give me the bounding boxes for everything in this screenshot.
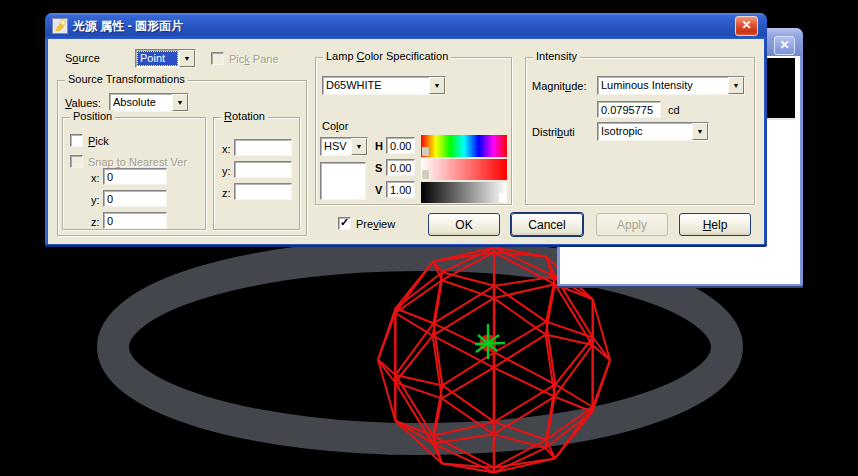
value-gradient-bar[interactable] <box>421 182 507 203</box>
position-y-label: y: <box>91 194 100 206</box>
v-label: V <box>375 184 382 196</box>
cancel-button[interactable]: Cancel <box>511 213 583 236</box>
check-icon: ✓ <box>340 216 349 228</box>
snap-checkbox <box>70 155 83 168</box>
lamp-color-title: Lamp Color Specification <box>323 50 451 62</box>
preview-checkbox[interactable]: ✓ <box>338 217 351 230</box>
intensity-unit-label: cd <box>668 104 680 116</box>
saturation-slider-handle[interactable] <box>422 170 429 179</box>
source-select[interactable]: Point ▼ <box>135 49 196 68</box>
dropdown-arrow-icon[interactable]: ▼ <box>351 138 367 155</box>
value-slider-handle[interactable] <box>499 193 506 202</box>
dialog-close-button[interactable]: ✕ <box>735 16 758 36</box>
values-label: Values: <box>65 97 101 109</box>
h-label: H <box>375 140 383 152</box>
dialog-titlebar: 光源 属性 - 圆形面片 ✕ <box>45 13 767 39</box>
light-properties-dialog: 光源 属性 - 圆形面片 ✕ Source Point ▼ Pick Pane … <box>45 13 767 247</box>
magnitude-label: Magnitude: <box>532 80 586 92</box>
lamp-preset-value: D65WHITE <box>323 77 429 94</box>
hue-gradient-bar[interactable] <box>421 135 507 157</box>
dropdown-arrow-icon[interactable]: ▼ <box>429 77 445 94</box>
pick-checkbox[interactable] <box>70 134 83 147</box>
ok-button[interactable]: OK <box>428 213 500 236</box>
s-label: S <box>375 162 382 174</box>
magnitude-select[interactable]: Luminous Intensity ▼ <box>597 76 745 95</box>
rotation-z-input[interactable] <box>234 183 292 200</box>
color-swatch <box>320 162 366 200</box>
values-value: Absolute <box>110 94 172 111</box>
preview-label: Preview <box>356 218 400 230</box>
position-z-label: z: <box>91 216 100 228</box>
dropdown-arrow-icon[interactable]: ▼ <box>172 94 188 111</box>
color-model-value: HSV <box>321 138 351 155</box>
rotation-y-input[interactable] <box>234 161 292 178</box>
screen: ✕ 光源 属性 - 圆形面片 ✕ Source Point <box>0 0 858 476</box>
v-input[interactable] <box>386 181 415 198</box>
magnitude-value: Luminous Intensity <box>598 77 728 94</box>
distribution-value: Isotropic <box>598 123 692 140</box>
intensity-amount-input[interactable] <box>597 101 661 118</box>
distribution-label: Distributi <box>532 126 575 138</box>
position-y-input[interactable] <box>103 190 167 207</box>
dropdown-arrow-icon[interactable]: ▼ <box>179 50 195 67</box>
saturation-gradient-bar[interactable] <box>421 159 507 180</box>
position-x-label: x: <box>91 172 100 184</box>
position-title: Position <box>70 110 115 122</box>
lamp-preset-select[interactable]: D65WHITE ▼ <box>322 76 446 95</box>
apply-button: Apply <box>596 213 668 236</box>
close-icon: ✕ <box>779 38 789 52</box>
position-x-input[interactable] <box>103 168 167 185</box>
hue-slider-handle[interactable] <box>422 147 429 156</box>
dialog-title: 光源 属性 - 圆形面片 <box>73 18 183 35</box>
rotation-x-input[interactable] <box>234 139 292 156</box>
rotation-title: Rotation <box>221 110 268 122</box>
distribution-select[interactable]: Isotropic ▼ <box>597 122 709 141</box>
source-label: Source <box>65 52 100 64</box>
pick-label: Pick <box>88 135 109 147</box>
h-input[interactable] <box>386 137 415 154</box>
background-window-close-button[interactable]: ✕ <box>774 36 795 55</box>
rotation-x-label: x: <box>222 143 231 155</box>
values-select[interactable]: Absolute ▼ <box>109 93 189 112</box>
help-button[interactable]: Help <box>679 213 751 236</box>
dropdown-arrow-icon[interactable]: ▼ <box>728 77 744 94</box>
color-label: Color <box>322 120 348 132</box>
color-model-select[interactable]: HSV ▼ <box>320 137 368 156</box>
window-icon <box>52 18 68 34</box>
s-input[interactable] <box>386 159 415 176</box>
source-value: Point <box>137 51 178 66</box>
dropdown-arrow-icon[interactable]: ▼ <box>692 123 708 140</box>
rotation-y-label: y: <box>222 165 231 177</box>
close-icon: ✕ <box>741 18 751 32</box>
pick-pane-checkbox <box>211 52 224 65</box>
pick-pane-label: Pick Pane <box>229 53 299 65</box>
source-transformations-title: Source Transformations <box>65 73 188 85</box>
snap-label: Snap to Nearest Ver <box>88 156 202 168</box>
intensity-title: Intensity <box>533 50 580 62</box>
position-z-input[interactable] <box>103 212 167 229</box>
rotation-z-label: z: <box>222 187 231 199</box>
